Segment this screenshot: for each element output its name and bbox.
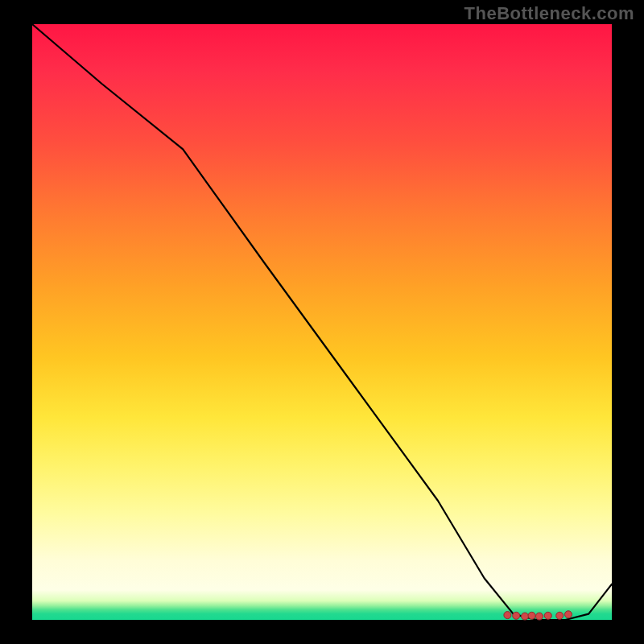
curve-line	[32, 24, 612, 620]
watermark-label: TheBottleneck.com	[464, 3, 634, 24]
data-point	[544, 612, 551, 619]
point-cluster	[504, 611, 572, 620]
data-point	[504, 612, 511, 619]
chart-frame: TheBottleneck.com	[0, 0, 644, 644]
plot-area	[32, 24, 612, 620]
data-point	[513, 612, 520, 619]
chart-svg	[32, 24, 612, 620]
data-point	[556, 612, 564, 619]
data-point	[528, 612, 535, 619]
data-point	[565, 611, 572, 618]
data-point	[536, 613, 543, 620]
data-point	[522, 613, 529, 620]
